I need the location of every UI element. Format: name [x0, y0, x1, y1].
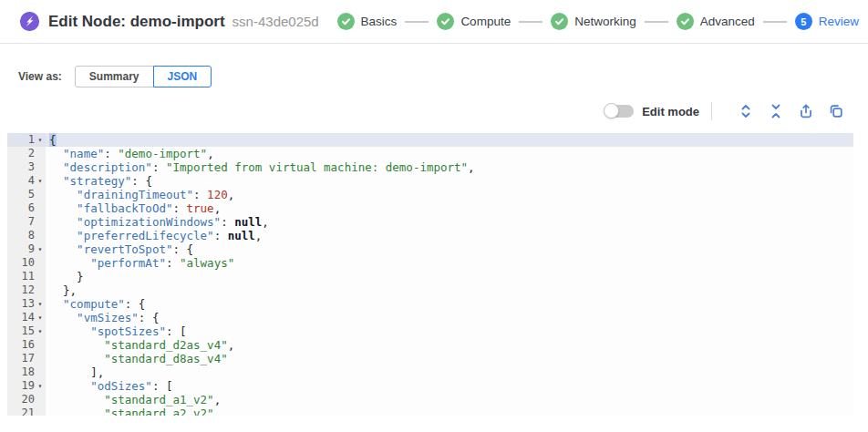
line-number: 1▾: [7, 133, 46, 147]
view-json-button[interactable]: JSON: [153, 66, 212, 87]
code-text: "fallbackToOd": true,: [46, 201, 221, 215]
fold-arrow-icon[interactable]: ▾: [35, 174, 46, 188]
line-number: 16: [7, 338, 46, 352]
step-label: Compute: [460, 15, 511, 28]
line-number: 6: [7, 201, 46, 215]
page-title: Edit Node: demo-import: [48, 13, 225, 31]
code-line[interactable]: 13▾ "compute": {: [7, 297, 853, 311]
line-number: 14▾: [7, 311, 46, 324]
spot-logo-icon: [20, 12, 39, 31]
edit-mode-toggle[interactable]: [605, 105, 634, 118]
step-connector: [405, 21, 429, 23]
code-text: },: [46, 283, 77, 297]
line-number: 21: [7, 406, 46, 416]
step-connector: [763, 21, 787, 23]
code-text: "performAt": "always": [46, 256, 234, 270]
json-editor-lines: 1▾{2 "name": "demo-import",3 "descriptio…: [7, 133, 853, 416]
wizard-stepper: BasicsComputeNetworkingAdvanced5Review: [337, 13, 859, 30]
code-text: {: [46, 133, 57, 147]
code-line[interactable]: 12 },: [7, 283, 853, 297]
code-line[interactable]: 7 "optimizationWindows": null,: [7, 215, 853, 229]
fold-arrow-icon[interactable]: ▾: [35, 133, 46, 147]
code-line[interactable]: 10 "performAt": "always": [7, 256, 853, 270]
code-line[interactable]: 8 "preferredLifecycle": null,: [7, 229, 853, 242]
code-line[interactable]: 18 ],: [7, 365, 853, 379]
code-line[interactable]: 21 "standard_a2_v2": [7, 406, 853, 416]
line-number: 10: [7, 256, 46, 270]
step-review[interactable]: 5Review: [795, 13, 859, 30]
fold-arrow-icon[interactable]: ▾: [35, 297, 46, 311]
line-number: 13▾: [7, 297, 46, 311]
line-number: 17: [7, 352, 46, 365]
fold-arrow-icon[interactable]: ▾: [35, 311, 46, 324]
step-compute[interactable]: Compute: [437, 13, 511, 30]
step-basics[interactable]: Basics: [337, 13, 398, 30]
line-number: 12: [7, 283, 46, 297]
step-connector: [645, 21, 668, 23]
view-as-row: View as: Summary JSON: [0, 66, 868, 87]
code-text: "optimizationWindows": null,: [46, 215, 269, 229]
line-number: 2: [7, 147, 46, 160]
code-line[interactable]: 1▾{: [7, 133, 853, 147]
code-text: "standard_d2as_v4",: [46, 338, 234, 352]
fold-arrow-icon[interactable]: ▾: [35, 324, 46, 338]
code-line[interactable]: 2 "name": "demo-import",: [7, 147, 853, 160]
code-line[interactable]: 20 "standard_a1_v2",: [7, 393, 853, 406]
code-line[interactable]: 16 "standard_d2as_v4",: [7, 338, 853, 352]
line-number: 18: [7, 365, 46, 379]
code-text: "revertToSpot": {: [46, 242, 193, 256]
code-line[interactable]: 9▾ "revertToSpot": {: [7, 242, 853, 256]
line-number: 4▾: [7, 174, 46, 188]
code-line[interactable]: 19▾ "odSizes": [: [7, 379, 853, 393]
code-text: "preferredLifecycle": null,: [46, 229, 262, 242]
fold-arrow-icon[interactable]: ▾: [35, 242, 46, 256]
line-number: 9▾: [7, 242, 46, 256]
edit-mode-label: Edit mode: [642, 105, 699, 118]
check-icon: [551, 13, 568, 30]
node-id: ssn-43de025d: [232, 14, 319, 29]
code-text: "vmSizes": {: [46, 311, 159, 324]
collapse-all-icon[interactable]: [767, 103, 784, 120]
code-text: "standard_a2_v2": [46, 406, 214, 416]
app-header: Edit Node: demo-import ssn-43de025d Basi…: [0, 0, 868, 44]
line-number: 15▾: [7, 324, 46, 338]
code-line[interactable]: 5 "drainingTimeout": 120,: [7, 188, 853, 201]
step-advanced[interactable]: Advanced: [677, 13, 755, 30]
check-icon: [677, 13, 694, 30]
check-icon: [437, 13, 454, 30]
editor-toolbar: Edit mode: [0, 98, 868, 124]
export-icon[interactable]: [797, 103, 814, 120]
code-text: "compute": {: [46, 297, 145, 311]
view-as-label: View as:: [18, 70, 62, 83]
code-text: "odSizes": [: [46, 379, 172, 393]
check-icon: [337, 13, 355, 30]
code-line[interactable]: 14▾ "vmSizes": {: [7, 311, 853, 324]
code-line[interactable]: 4▾ "strategy": {: [7, 174, 853, 188]
line-number: 11: [7, 270, 46, 283]
copy-icon[interactable]: [827, 103, 844, 120]
code-line[interactable]: 17 "standard_d8as_v4": [7, 352, 853, 365]
line-number: 3: [7, 160, 46, 174]
view-summary-button[interactable]: Summary: [75, 66, 154, 87]
line-number: 19▾: [7, 379, 46, 393]
step-label: Advanced: [700, 15, 755, 28]
json-editor[interactable]: 1▾{2 "name": "demo-import",3 "descriptio…: [7, 133, 853, 416]
step-label: Basics: [361, 15, 398, 28]
step-networking[interactable]: Networking: [551, 13, 636, 30]
toggle-knob: [604, 103, 619, 118]
code-text: "strategy": {: [46, 174, 152, 188]
code-line[interactable]: 15▾ "spotSizes": [: [7, 324, 853, 338]
fold-arrow-icon[interactable]: ▾: [35, 379, 46, 393]
line-number: 8: [7, 229, 46, 242]
code-text: "standard_a1_v2",: [46, 393, 221, 406]
expand-all-icon[interactable]: [737, 103, 754, 120]
line-number: 7: [7, 215, 46, 229]
code-text: ],: [46, 365, 104, 379]
code-line[interactable]: 6 "fallbackToOd": true,: [7, 201, 853, 215]
code-line[interactable]: 3 "description": "Imported from virtual …: [7, 160, 853, 174]
step-label: Review: [819, 15, 859, 28]
line-number: 20: [7, 393, 46, 406]
view-toggle-group: Summary JSON: [75, 66, 212, 87]
code-line[interactable]: 11 }: [7, 270, 853, 283]
code-text: "spotSizes": [: [46, 324, 187, 338]
